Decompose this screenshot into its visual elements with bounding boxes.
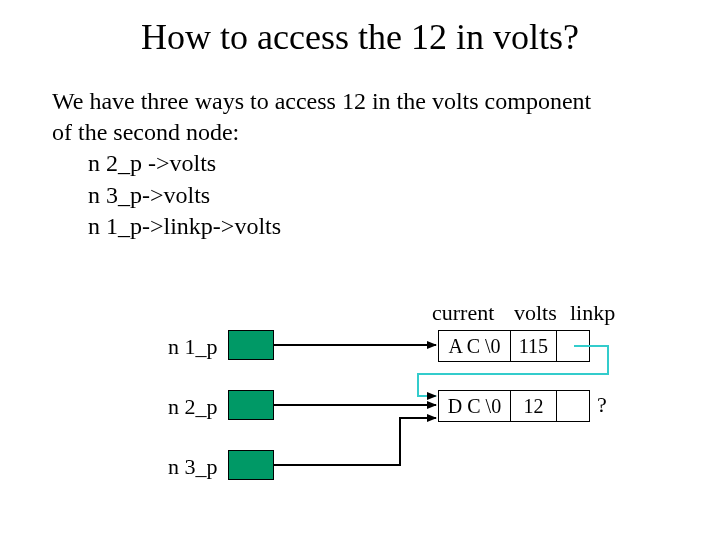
node-2-linkp [557,391,589,421]
intro-line-2: of the second node: [52,117,672,148]
node-1-volts: 115 [511,331,557,361]
intro-line-1: We have three ways to access 12 in the v… [52,86,672,117]
access-line-2: n 3_p->volts [88,180,672,211]
slide-title: How to access the 12 in volts? [0,16,720,58]
arrows-svg [0,0,720,540]
pointer-box-n3p [228,450,274,480]
header-volts: volts [514,300,557,326]
node-2-current: D C \0 [439,391,511,421]
label-n1p: n 1_p [168,334,218,360]
label-n3p: n 3_p [168,454,218,480]
node-1: A C \0 115 [438,330,590,362]
label-n2p: n 2_p [168,394,218,420]
access-line-1: n 2_p ->volts [88,148,672,179]
header-current: current [432,300,494,326]
pointer-box-n1p [228,330,274,360]
access-line-3: n 1_p->linkp->volts [88,211,672,242]
node-1-current: A C \0 [439,331,511,361]
body-text: We have three ways to access 12 in the v… [52,86,672,242]
node-2-volts: 12 [511,391,557,421]
header-linkp: linkp [570,300,615,326]
node-1-linkp [557,331,589,361]
node-2: D C \0 12 [438,390,590,422]
pointer-box-n2p [228,390,274,420]
question-mark: ? [597,392,607,418]
